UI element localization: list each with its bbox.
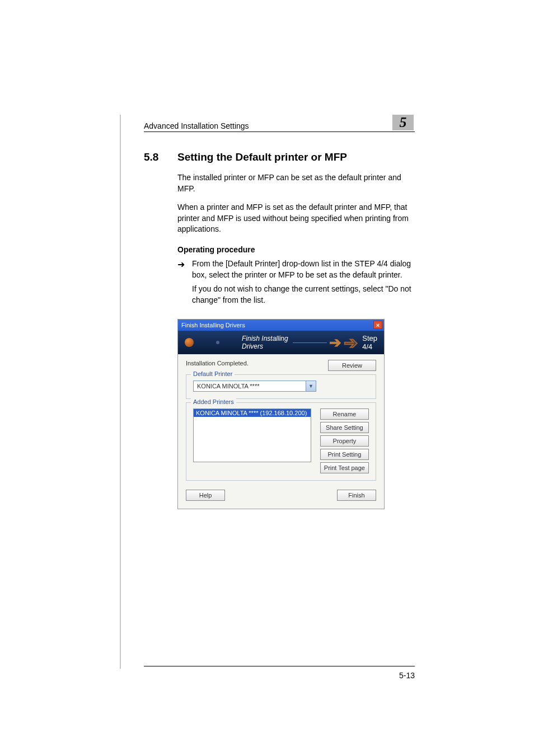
banner-dot-small	[216, 341, 219, 344]
banner-arrows: ➔ ➔ Step 4/4	[327, 333, 377, 353]
chevron-down-icon[interactable]: ▼	[306, 381, 316, 391]
added-printers-list[interactable]: KONICA MINOLTA **** (192.168.10.200)	[193, 408, 311, 462]
finish-button[interactable]: Finish	[337, 490, 376, 501]
page-number: 5-13	[399, 671, 415, 680]
default-printer-combo[interactable]: KONICA MINOLTA **** ▼	[193, 381, 316, 392]
step-label: Step 4/4	[362, 334, 377, 351]
rename-printer-button[interactable]: Rename Printer	[320, 408, 369, 420]
section-heading: 5.8Setting the Default printer or MFP	[144, 151, 415, 163]
added-printers-label: Added Printers	[191, 398, 236, 405]
breadcrumb: Advanced Installation Settings	[144, 121, 249, 130]
banner-mid: Finish Installing Drivers	[242, 335, 327, 350]
operating-heading: Operating procedure	[177, 245, 415, 254]
default-printer-label: Default Printer	[191, 370, 235, 377]
section-number: 5.8	[144, 151, 177, 163]
banner-dot-large	[185, 338, 194, 347]
paragraph-2: When a printer and MFP is set as the def…	[177, 202, 415, 235]
dialog-title-text: Finish Installing Drivers	[181, 322, 245, 328]
list-item[interactable]: KONICA MINOLTA **** (192.168.10.200)	[194, 409, 311, 417]
share-setting-button[interactable]: Share Setting	[320, 422, 369, 433]
help-button[interactable]: Help	[186, 490, 225, 501]
banner-title-text: Finish Installing Drivers	[242, 335, 289, 350]
default-printer-value: KONICA MINOLTA ****	[194, 383, 306, 389]
property-button[interactable]: Property	[320, 435, 369, 447]
arrow-right-big-icon: ➔	[344, 333, 358, 353]
procedure-step: ➜ From the [Default Printer] drop-down l…	[177, 259, 415, 306]
dialog-banner: Finish Installing Drivers ➔ ➔ Step 4/4	[178, 331, 384, 354]
install-complete-text: Installation Completed.	[186, 360, 249, 367]
banner-line	[293, 342, 327, 343]
arrow-right-icon: ➔	[329, 334, 341, 351]
chapter-badge: 5	[392, 115, 414, 130]
paragraph-1: The installed printer or MFP can be set …	[177, 172, 415, 194]
finish-install-dialog: Finish Installing Drivers × Finish Insta…	[177, 319, 385, 509]
print-test-page-button[interactable]: Print Test page	[320, 462, 369, 473]
page-header: Advanced Installation Settings 5	[144, 115, 415, 132]
step-main-text: From the [Default Printer] drop-down lis…	[192, 259, 411, 279]
dialog-body: Installation Completed. Review Default P…	[178, 354, 384, 509]
added-printers-group: Added Printers KONICA MINOLTA **** (192.…	[186, 402, 376, 481]
page-footer: 5-13	[144, 666, 415, 680]
banner-dots	[185, 338, 242, 347]
default-printer-group: Default Printer KONICA MINOLTA **** ▼	[186, 374, 376, 399]
step-sub-text: If you do not wish to change the current…	[192, 284, 415, 306]
review-button[interactable]: Review	[328, 360, 376, 371]
gutter-rule	[120, 115, 121, 669]
print-setting-button[interactable]: Print Setting	[320, 449, 369, 460]
dialog-title-bar: Finish Installing Drivers ×	[178, 320, 384, 331]
arrow-icon: ➜	[177, 259, 192, 306]
close-icon[interactable]: ×	[373, 321, 382, 329]
section-title-text: Setting the Default printer or MFP	[177, 151, 347, 163]
